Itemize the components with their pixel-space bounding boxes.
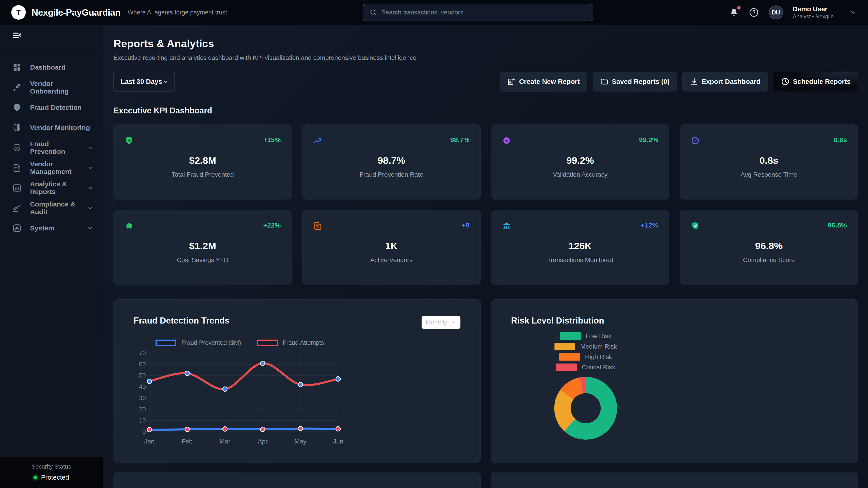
svg-text:May: May (294, 438, 307, 445)
search-input[interactable] (381, 9, 587, 16)
sidebar-item-label: Analytics & Reports (30, 180, 79, 196)
sidebar-item-label: Fraud Prevention (30, 140, 79, 156)
help-icon[interactable] (749, 7, 759, 18)
legend-item[interactable]: Fraud Attempts (257, 339, 324, 346)
trend-period-value: Monthly (426, 319, 447, 326)
risk-legend-item[interactable]: Low Risk (555, 332, 617, 340)
legend-item[interactable]: Fraud Prevented ($M) (156, 339, 241, 346)
gauge-icon (691, 136, 700, 145)
notification-dot (736, 5, 742, 11)
chevron-down-icon (162, 78, 168, 85)
svg-text:60: 60 (139, 361, 146, 368)
kpi-label: Active Vendors (313, 256, 469, 264)
avatar[interactable]: DU (769, 5, 783, 20)
risk-legend-item[interactable]: High Risk (555, 353, 617, 361)
sidebar-item-analytics-reports[interactable]: Analytics & Reports (0, 178, 103, 198)
sidebar: DashboardVendor OnboardingFraud Detectio… (0, 25, 103, 488)
kpi-card-total-fraud-prevented: +15%$2.8MTotal Fraud Prevented (114, 125, 292, 199)
global-search[interactable] (363, 4, 593, 21)
export-dashboard-button[interactable]: Export Dashboard (682, 72, 768, 92)
kpi-label: Compliance Score (691, 256, 847, 264)
badge-check-icon (502, 136, 511, 145)
sidebar-item-fraud-prevention[interactable]: Fraud Prevention (0, 138, 103, 158)
page-subtitle: Executive reporting and analytics dashbo… (114, 54, 858, 61)
risk-legend-item[interactable]: Critical Risk (555, 363, 617, 371)
shield-icon (12, 103, 22, 112)
kpi-card-cost-savings-ytd: +22%$1.2MCost Savings YTD (114, 210, 292, 285)
scale-icon (12, 203, 22, 213)
sidebar-item-label: Vendor Monitoring (30, 124, 93, 131)
app-name: Nexgile-PayGuardian (32, 7, 121, 18)
collapse-sidebar-icon (12, 31, 22, 41)
sidebar-item-vendor-onboarding[interactable]: Vendor Onboarding (0, 77, 103, 97)
chart-plus-icon (507, 77, 516, 86)
sidebar-item-compliance-audit[interactable]: Compliance & Audit (0, 198, 103, 218)
sidebar-item-vendor-monitoring[interactable]: Vendor Monitoring (0, 118, 103, 138)
search-icon (370, 9, 377, 16)
shield-plus-icon (125, 136, 133, 145)
folder-icon (600, 77, 609, 86)
kpi-change-badge: 98.7% (450, 136, 469, 144)
sidebar-item-label: Compliance & Audit (30, 200, 79, 216)
legend-label: High Risk (585, 353, 612, 361)
risk-distribution-title: Risk Level Distribution (511, 316, 604, 326)
legend-swatch (560, 332, 581, 340)
sidebar-item-fraud-detection[interactable]: Fraud Detection (0, 97, 103, 118)
kpi-value: 98.7% (313, 155, 469, 166)
sidebar-item-system[interactable]: System (0, 218, 103, 238)
svg-text:0: 0 (143, 428, 146, 435)
sidebar-item-dashboard[interactable]: Dashboard (0, 57, 103, 77)
user-name: Demo User (793, 5, 834, 13)
kpi-change-badge: 0.8s (834, 136, 847, 144)
user-area: DU Demo User Analyst • Nexgile (729, 5, 859, 20)
sidebar-collapse-button[interactable] (0, 25, 103, 47)
app-tagline: Where AI agents forge payment trust (128, 9, 227, 16)
sidebar-item-label: Vendor Management (30, 160, 79, 175)
svg-text:Feb: Feb (182, 438, 193, 445)
svg-text:Jun: Jun (333, 438, 343, 445)
legend-swatch (559, 353, 580, 361)
legend-swatch (257, 339, 278, 346)
security-status-value: Protected (41, 474, 69, 481)
gear-icon (12, 224, 22, 233)
kpi-label: Fraud Prevention Rate (313, 171, 469, 178)
line-chart-legend: Fraud Prevented ($M)Fraud Attempts (133, 339, 346, 346)
saved-reports-0--button[interactable]: Saved Reports (0) (593, 72, 677, 92)
kpi-card-fraud-prevention-rate: 98.7%98.7%Fraud Prevention Rate (302, 125, 480, 199)
kpi-change-badge: +22% (263, 221, 281, 229)
kpi-label: Cost Savings YTD (125, 256, 281, 264)
chevron-down-icon (87, 165, 93, 171)
fraud-trends-card: Fraud Detection Trends Monthly Fraud Pre… (114, 299, 480, 463)
legend-label: Fraud Prevented ($M) (181, 339, 241, 346)
risk-distribution-card: Risk Level Distribution Low RiskMedium R… (491, 299, 858, 463)
legend-swatch (555, 343, 575, 350)
top-header: T Nexgile-PayGuardian Where AI agents fo… (0, 0, 868, 25)
create-new-report-button[interactable]: Create New Report (500, 72, 587, 92)
notifications-bell-icon[interactable] (729, 8, 739, 17)
chevron-down-icon (87, 145, 93, 151)
piggy-bank-icon (125, 221, 133, 230)
sidebar-item-vendor-management[interactable]: Vendor Management (0, 158, 103, 178)
risk-legend: Low RiskMedium RiskHigh RiskCritical Ris… (555, 332, 617, 371)
kpi-value: 126K (502, 240, 658, 252)
toolbar: Last 30 Days Create New ReportSaved Repo… (114, 72, 858, 92)
schedule-reports-button[interactable]: Schedule Reports (773, 72, 858, 92)
risk-legend-item[interactable]: Medium Risk (555, 343, 617, 350)
security-status-label: Security Status (0, 463, 103, 470)
kpi-value: 99.2% (502, 155, 658, 166)
legend-swatch (156, 339, 176, 346)
kpi-label: Validation Accuracy (502, 171, 658, 178)
partial-card-right (491, 472, 858, 488)
building-icon (12, 163, 22, 172)
svg-text:Apr: Apr (258, 438, 268, 445)
user-menu-chevron-icon[interactable] (850, 9, 857, 16)
sidebar-item-label: System (30, 224, 79, 232)
trend-up-icon (313, 136, 322, 145)
building-icon (313, 221, 322, 230)
user-role: Analyst • Nexgile (793, 13, 834, 20)
kpi-card-transactions-monitored: +12%126KTransactions Monitored (491, 210, 669, 285)
sidebar-item-label: Dashboard (30, 64, 93, 71)
charts-row: Fraud Detection Trends Monthly Fraud Pre… (114, 299, 858, 463)
date-range-select[interactable]: Last 30 Days (114, 72, 175, 92)
trend-period-select[interactable]: Monthly (422, 316, 460, 329)
